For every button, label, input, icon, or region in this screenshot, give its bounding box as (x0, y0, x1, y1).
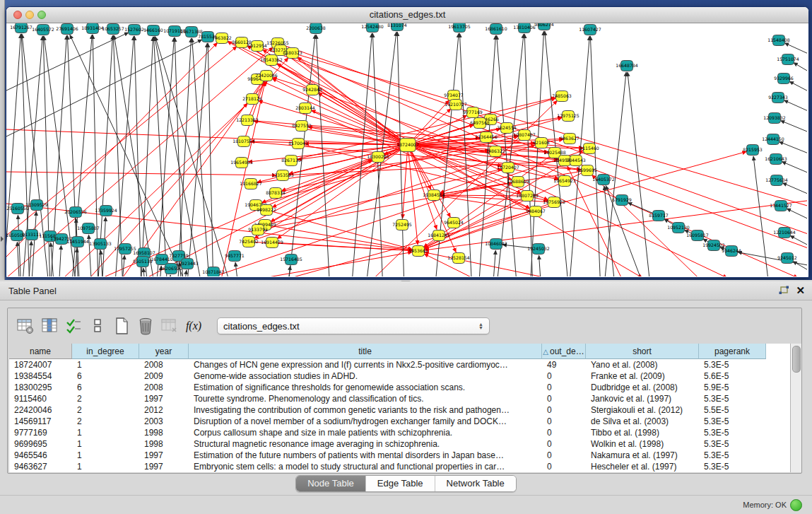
table-cell[interactable]: 0 (542, 393, 586, 404)
scrollbar-thumb[interactable] (792, 346, 801, 373)
network-canvas[interactable]: 1679126716405572276914061893140410653257… (6, 23, 807, 276)
table-cell[interactable]: 14569117 (9, 416, 72, 427)
table-row[interactable]: 2242004622012Investigating the contribut… (9, 404, 790, 416)
table-row[interactable]: 1872400712008Changes of HCN gene express… (9, 359, 790, 370)
graph-node-teal[interactable]: 9466160 (143, 25, 163, 36)
memory-ok-indicator[interactable] (790, 499, 802, 511)
graph-node-yellow[interactable]: 9699695 (577, 165, 597, 176)
node-table[interactable]: namein_degreeyeartitle△out_de…shortpager… (9, 344, 790, 472)
table-row[interactable]: 946362711997Embryonic stem cells: a mode… (9, 461, 790, 472)
table-cell[interactable]: 9699695 (9, 438, 72, 450)
table-cell[interactable]: Disruption of a novel member of a sodium… (189, 416, 542, 427)
table-row[interactable]: 1456911722003Disruption of a novel membe… (9, 416, 790, 427)
column-header-name[interactable]: name (9, 344, 72, 359)
table-cell[interactable]: Dudbridge et al. (2008) (586, 382, 699, 393)
table-cell[interactable]: 19384554 (9, 370, 72, 382)
table-row[interactable]: 977716911998Corpus callosum shape and si… (9, 427, 790, 438)
table-cell[interactable]: Tibbo et al. (1998) (586, 427, 699, 438)
table-row[interactable]: 1830029562008Estimation of significance … (9, 382, 790, 393)
table-cell[interactable]: 5.3E-5 (699, 450, 766, 461)
tab-edge-table[interactable]: Edge Table (366, 476, 435, 491)
table-cell[interactable]: 2008 (139, 359, 189, 370)
close-panel-icon[interactable]: ✕ (796, 284, 805, 297)
citation-edge-red[interactable] (218, 82, 265, 276)
tab-network-table[interactable]: Network Table (435, 476, 516, 491)
table-cell[interactable]: 0 (542, 404, 586, 416)
column-header-title[interactable]: title (189, 344, 542, 359)
function-builder-button[interactable]: f(x) (183, 315, 204, 337)
table-vertical-scrollbar[interactable] (790, 344, 801, 472)
graph-node-teal[interactable]: 18931404 (81, 23, 104, 34)
graph-node-teal[interactable]: 9227343 (768, 93, 788, 103)
graph-node-teal[interactable]: 19245032 (527, 244, 550, 255)
table-cell[interactable]: Hescheler et al. (1997) (586, 461, 699, 472)
table-row[interactable]: 969969511998Structural magnetic resonanc… (9, 438, 790, 450)
table-cell[interactable]: 0 (542, 438, 586, 450)
table-cell[interactable]: 5.6E-5 (699, 370, 766, 382)
graph-node-yellow[interactable]: 10807487 (513, 130, 536, 141)
graph-node-teal[interactable]: 16861610 (485, 24, 507, 35)
citation-edge-black[interactable] (169, 275, 170, 276)
graph-node-teal[interactable]: 13905133 (89, 239, 112, 250)
table-cell[interactable]: 49 (542, 359, 586, 370)
table-cell[interactable]: 5.3E-5 (699, 461, 766, 472)
citation-edge-black[interactable] (143, 268, 146, 276)
graph-node-yellow[interactable]: 2718126 (242, 94, 262, 105)
table-cell[interactable]: 2 (72, 404, 139, 416)
citation-edge-black[interactable] (524, 34, 533, 276)
citation-edge-black[interactable] (753, 156, 770, 276)
panel-expand-arrow-icon[interactable] (1, 236, 4, 242)
table-cell[interactable]: 9115460 (9, 393, 72, 404)
graph-node-yellow[interactable]: 19654935 (230, 158, 253, 168)
table-cell[interactable]: 6 (72, 382, 139, 393)
graph-node-teal[interactable]: 20206536 (64, 207, 87, 218)
table-cell[interactable]: 1998 (139, 427, 189, 438)
table-cell[interactable]: Estimation of the future numbers of pati… (189, 450, 542, 461)
graph-node-yellow[interactable]: 7425402 (239, 237, 259, 247)
table-cell[interactable]: 1 (72, 359, 139, 370)
table-cell[interactable]: Nakamura et al. (1997) (586, 450, 699, 461)
table-cell[interactable]: 0 (542, 370, 586, 382)
citation-edge-black[interactable] (782, 183, 807, 199)
citation-network-graph[interactable]: 1679126716405572276914061893140410653257… (6, 23, 807, 276)
table-cell[interactable]: 0 (542, 416, 586, 427)
citation-edge-black[interactable] (287, 266, 290, 276)
table-cell[interactable]: Tourette syndrome. Phenomenology and cla… (189, 393, 542, 404)
citation-edge-black[interactable] (794, 63, 807, 78)
table-cell[interactable]: 5.3E-5 (699, 359, 766, 370)
delete-trash-icon[interactable] (135, 315, 156, 337)
table-cell[interactable]: Investigating the contribution of common… (189, 404, 542, 416)
graph-node-teal[interactable]: 12093832 (763, 113, 786, 124)
new-document-icon[interactable] (111, 315, 132, 337)
citation-edge-black[interactable] (114, 36, 134, 276)
table-cell[interactable]: 1997 (139, 450, 189, 461)
table-cell[interactable]: 2 (72, 416, 139, 427)
graph-node-yellow[interactable]: 18107554 (233, 136, 255, 147)
table-row[interactable]: 911546021997Tourette syndrome. Phenomeno… (9, 393, 790, 404)
graph-node-yellow[interactable]: 12528154 (447, 253, 470, 264)
graph-node-yellow[interactable]: 9645024 (444, 218, 464, 228)
table-cell[interactable]: 5.3E-5 (699, 438, 766, 450)
table-cell[interactable]: 9465546 (9, 450, 72, 461)
table-cell[interactable]: 2012 (139, 404, 189, 416)
graph-node-teal[interactable]: 16405572 (32, 25, 54, 35)
graph-node-teal[interactable]: 9806274 (534, 23, 554, 30)
graph-node-yellow[interactable]: 12213383 (236, 115, 259, 126)
table-cell[interactable]: 6 (72, 370, 139, 382)
graph-node-teal[interactable]: 19613705 (448, 23, 471, 33)
table-cell[interactable]: 0 (542, 461, 586, 472)
table-cell[interactable]: 2 (72, 393, 139, 404)
citation-edge-red[interactable] (403, 145, 408, 218)
citation-edge-black[interactable] (779, 141, 807, 158)
graph-node-yellow[interactable]: 15210727 (445, 100, 467, 110)
graph-node-teal[interactable]: 8215953 (743, 145, 763, 156)
citation-edge-black[interactable] (628, 72, 651, 276)
table-cell[interactable]: Stergiakouli et al. (2012) (586, 404, 699, 416)
table-row[interactable]: 1938455462009Genome-wide association stu… (9, 370, 790, 382)
citation-edge-black[interactable] (184, 270, 187, 276)
table-cell[interactable]: Franke et al. (2009) (586, 370, 699, 382)
citation-edge-black[interactable] (790, 235, 807, 251)
graph-node-teal[interactable]: 9505139 (133, 257, 153, 267)
table-cell[interactable]: 0 (542, 427, 586, 438)
table-cell[interactable]: 5.9E-5 (699, 382, 766, 393)
